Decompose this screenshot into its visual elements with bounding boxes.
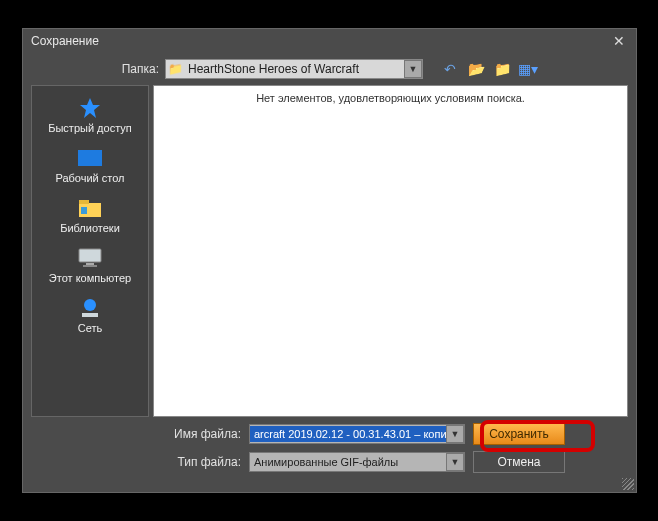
filetype-value: Анимированные GIF-файлы (250, 454, 446, 470)
sidebar-item-quick-access[interactable]: Быстрый доступ (34, 92, 146, 138)
filename-value: arcraft 2019.02.12 - 00.31.43.01 – копия… (250, 426, 446, 442)
titlebar: Сохранение ✕ (23, 29, 636, 53)
back-icon[interactable]: ↶ (441, 60, 459, 78)
svg-rect-3 (79, 200, 89, 204)
svg-rect-1 (78, 150, 102, 166)
svg-marker-0 (80, 98, 100, 118)
libraries-icon (76, 196, 104, 220)
svg-rect-6 (86, 263, 94, 265)
network-icon (76, 296, 104, 320)
cancel-button[interactable]: Отмена (473, 451, 565, 473)
sidebar-item-label: Рабочий стол (55, 172, 124, 184)
toolbar-icons: ↶ 📂 📁 ▦▾ (441, 60, 537, 78)
filename-row: Имя файла: arcraft 2019.02.12 - 00.31.43… (31, 423, 628, 445)
folder-icon: 📁 (166, 62, 184, 76)
save-button[interactable]: Сохранить (473, 423, 565, 445)
chevron-down-icon[interactable]: ▼ (446, 425, 464, 443)
chevron-down-icon[interactable]: ▼ (446, 453, 464, 471)
window-title: Сохранение (31, 34, 99, 48)
resize-grip[interactable] (622, 478, 634, 490)
cancel-button-label: Отмена (497, 455, 540, 469)
empty-message: Нет элементов, удовлетворяющих условиям … (164, 92, 617, 104)
sidebar-item-desktop[interactable]: Рабочий стол (34, 142, 146, 188)
sidebar-item-computer[interactable]: Этот компьютер (34, 242, 146, 288)
folder-name: HearthStone Heroes of Warcraft (184, 62, 404, 76)
svg-rect-9 (82, 313, 98, 317)
save-button-label: Сохранить (489, 427, 549, 441)
star-icon (76, 96, 104, 120)
close-button[interactable]: ✕ (610, 32, 628, 50)
filetype-label: Тип файла: (31, 455, 241, 469)
bottom-panel: Имя файла: arcraft 2019.02.12 - 00.31.43… (23, 417, 636, 479)
folder-combo[interactable]: 📁 HearthStone Heroes of Warcraft ▼ (165, 59, 423, 79)
chevron-down-icon[interactable]: ▼ (404, 60, 422, 78)
sidebar-item-label: Этот компьютер (49, 272, 131, 284)
svg-rect-4 (81, 207, 87, 214)
filename-input[interactable]: arcraft 2019.02.12 - 00.31.43.01 – копия… (249, 424, 465, 444)
main-area: Быстрый доступ Рабочий стол Библиотеки Э… (23, 85, 636, 417)
desktop-icon (76, 146, 104, 170)
filename-label: Имя файла: (31, 427, 241, 441)
svg-rect-7 (83, 265, 97, 267)
svg-point-8 (84, 299, 96, 311)
folder-label: Папка: (31, 62, 159, 76)
sidebar-item-label: Сеть (78, 322, 102, 334)
folder-toolbar: Папка: 📁 HearthStone Heroes of Warcraft … (23, 53, 636, 85)
new-folder-icon[interactable]: 📁 (493, 60, 511, 78)
save-dialog: Сохранение ✕ Папка: 📁 HearthStone Heroes… (22, 28, 637, 493)
filetype-select[interactable]: Анимированные GIF-файлы ▼ (249, 452, 465, 472)
svg-rect-5 (79, 249, 101, 262)
sidebar-item-label: Быстрый доступ (48, 122, 132, 134)
file-list[interactable]: Нет элементов, удовлетворяющих условиям … (153, 85, 628, 417)
places-sidebar: Быстрый доступ Рабочий стол Библиотеки Э… (31, 85, 149, 417)
filetype-row: Тип файла: Анимированные GIF-файлы ▼ Отм… (31, 451, 628, 473)
view-options-icon[interactable]: ▦▾ (519, 60, 537, 78)
computer-icon (76, 246, 104, 270)
sidebar-item-network[interactable]: Сеть (34, 292, 146, 338)
up-folder-icon[interactable]: 📂 (467, 60, 485, 78)
sidebar-item-label: Библиотеки (60, 222, 120, 234)
sidebar-item-libraries[interactable]: Библиотеки (34, 192, 146, 238)
